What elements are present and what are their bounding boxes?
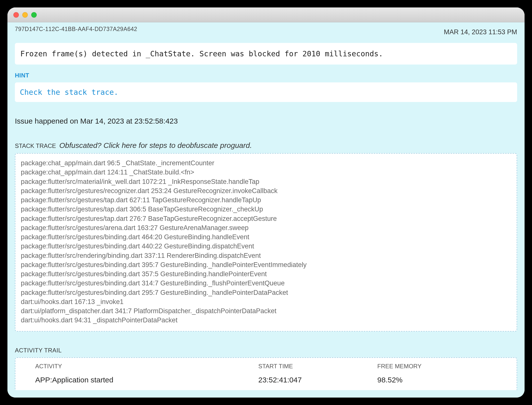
stack-trace-line: package:flutter/src/rendering/binding.da… [21,251,511,260]
stack-trace-line: dart:ui/hooks.dart 167:13 _invoke1 [21,297,511,306]
stack-trace-line: package:chat_app/main.dart 124:11 _ChatS… [21,168,511,177]
activity-trail-label: ACTIVITY TRAIL [15,347,517,354]
content-area: 797D147C-112C-41BB-AAF4-DD737A29A642 MAR… [7,22,525,398]
activity-cell-mem: 98.52% [377,376,517,384]
stack-trace-line: package:flutter/src/gestures/binding.dar… [21,279,511,288]
stack-trace-line: package:flutter/src/gestures/tap.dart 27… [21,214,511,223]
activity-header-activity: ACTIVITY [15,363,258,370]
stack-trace-line: package:flutter/src/gestures/binding.dar… [21,270,511,279]
titlebar [7,7,525,22]
activity-trail-box: ACTIVITY START TIME FREE MEMORY APP:Appl… [15,357,517,390]
stack-trace-line: package:flutter/src/gestures/binding.dar… [21,233,511,242]
hint-label: HINT [15,72,517,79]
app-window: 797D147C-112C-41BB-AAF4-DD737A29A642 MAR… [7,7,525,398]
issue-id: 797D147C-112C-41BB-AAF4-DD737A29A642 [15,26,137,33]
zoom-icon[interactable] [31,12,37,18]
hint-box: Check the stack trace. [15,82,517,102]
minimize-icon[interactable] [22,12,28,18]
stack-trace-box: package:chat_app/main.dart 96:5 _ChatSta… [15,153,517,332]
activity-header-mem: FREE MEMORY [377,363,517,370]
activity-row: APP:Application started23:52:41:04798.52… [15,373,517,390]
stack-trace-line: package:flutter/src/material/ink_well.da… [21,177,511,186]
stack-trace-line: package:flutter/src/gestures/arena.dart … [21,223,511,233]
issue-timestamp: MAR 14, 2023 11:53 PM [444,26,517,36]
issue-time-line: Issue happened on Mar 14, 2023 at 23:52:… [15,117,517,125]
stack-trace-label: STACK TRACE [15,142,56,149]
stack-trace-line: package:chat_app/main.dart 96:5 _ChatSta… [21,159,511,168]
deobfuscate-link[interactable]: Obfuscated? Click here for steps to deob… [59,141,252,149]
activity-cell-start: 23:52:41:047 [258,376,377,384]
activity-cell-activity: APP:Application started [15,376,258,384]
error-message-box: Frozen frame(s) detected in _ChatState. … [15,43,517,65]
stack-trace-line: dart:ui/platform_dispatcher.dart 341:7 P… [21,306,511,316]
stack-trace-line: package:flutter/src/gestures/recognizer.… [21,186,511,196]
stack-trace-line: package:flutter/src/gestures/tap.dart 62… [21,196,511,205]
stack-trace-line: package:flutter/src/gestures/binding.dar… [21,242,511,251]
stack-trace-header: STACK TRACE Obfuscated? Click here for s… [15,141,517,150]
stack-trace-line: dart:ui/hooks.dart 94:31 _dispatchPointe… [21,316,511,325]
stack-trace-line: package:flutter/src/gestures/tap.dart 30… [21,205,511,214]
stack-trace-line: package:flutter/src/gestures/binding.dar… [21,288,511,297]
activity-header-row: ACTIVITY START TIME FREE MEMORY [15,358,517,373]
close-icon[interactable] [13,12,19,18]
stack-trace-line: package:flutter/src/gestures/binding.dar… [21,260,511,270]
activity-header-start: START TIME [258,363,377,370]
